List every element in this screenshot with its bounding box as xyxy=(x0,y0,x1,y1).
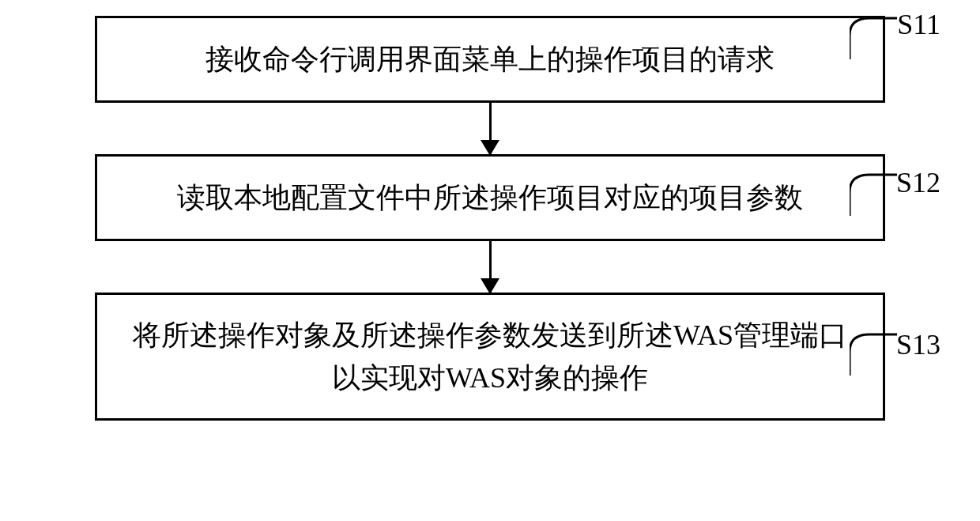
step-text: 读取本地配置文件中所述操作项目对应的项目参数 xyxy=(177,176,803,219)
step-label-s13: S13 xyxy=(896,328,940,361)
connector-curve-icon xyxy=(850,172,897,220)
arrow-down-icon xyxy=(489,103,492,154)
step-label-s11: S11 xyxy=(897,8,940,41)
step-text: 接收命令行调用界面菜单上的操作项目的请求 xyxy=(205,38,775,81)
connector-curve-icon xyxy=(850,332,897,379)
arrow-down-icon xyxy=(489,241,492,293)
flowchart-container: 接收命令行调用界面菜单上的操作项目的请求 读取本地配置文件中所述操作项目对应的项… xyxy=(47,16,933,421)
step-box-s12: 读取本地配置文件中所述操作项目对应的项目参数 xyxy=(95,154,885,241)
connector-curve-icon xyxy=(850,16,897,63)
step-box-s11: 接收命令行调用界面菜单上的操作项目的请求 xyxy=(95,16,885,103)
step-text: 将所述操作对象及所述操作参数发送到所述WAS管理端口以实现对WAS对象的操作 xyxy=(121,314,859,399)
step-label-s12: S12 xyxy=(896,166,940,199)
step-box-s13: 将所述操作对象及所述操作参数发送到所述WAS管理端口以实现对WAS对象的操作 xyxy=(95,293,885,421)
